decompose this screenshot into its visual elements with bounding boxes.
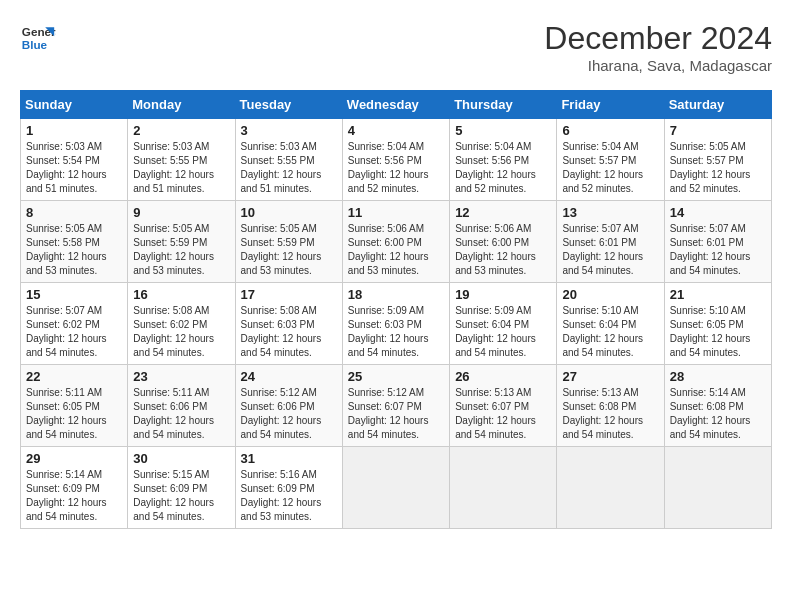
calendar-day-cell: 31Sunrise: 5:16 AM Sunset: 6:09 PM Dayli…	[235, 447, 342, 529]
calendar-day-cell	[557, 447, 664, 529]
calendar-day-cell: 4Sunrise: 5:04 AM Sunset: 5:56 PM Daylig…	[342, 119, 449, 201]
day-number: 14	[670, 205, 766, 220]
day-of-week-header: Thursday	[450, 91, 557, 119]
day-info: Sunrise: 5:10 AM Sunset: 6:04 PM Dayligh…	[562, 304, 658, 360]
day-info: Sunrise: 5:03 AM Sunset: 5:55 PM Dayligh…	[241, 140, 337, 196]
day-number: 20	[562, 287, 658, 302]
calendar-day-cell: 5Sunrise: 5:04 AM Sunset: 5:56 PM Daylig…	[450, 119, 557, 201]
day-number: 24	[241, 369, 337, 384]
calendar-day-cell: 17Sunrise: 5:08 AM Sunset: 6:03 PM Dayli…	[235, 283, 342, 365]
day-info: Sunrise: 5:04 AM Sunset: 5:56 PM Dayligh…	[348, 140, 444, 196]
day-info: Sunrise: 5:05 AM Sunset: 5:59 PM Dayligh…	[133, 222, 229, 278]
calendar-day-cell: 19Sunrise: 5:09 AM Sunset: 6:04 PM Dayli…	[450, 283, 557, 365]
day-info: Sunrise: 5:11 AM Sunset: 6:06 PM Dayligh…	[133, 386, 229, 442]
day-number: 1	[26, 123, 122, 138]
day-info: Sunrise: 5:07 AM Sunset: 6:02 PM Dayligh…	[26, 304, 122, 360]
calendar-day-cell	[342, 447, 449, 529]
calendar-day-cell: 10Sunrise: 5:05 AM Sunset: 5:59 PM Dayli…	[235, 201, 342, 283]
page-header: General Blue December 2024 Iharana, Sava…	[20, 20, 772, 74]
day-number: 28	[670, 369, 766, 384]
day-info: Sunrise: 5:03 AM Sunset: 5:55 PM Dayligh…	[133, 140, 229, 196]
day-info: Sunrise: 5:09 AM Sunset: 6:03 PM Dayligh…	[348, 304, 444, 360]
day-info: Sunrise: 5:14 AM Sunset: 6:09 PM Dayligh…	[26, 468, 122, 524]
calendar-day-cell: 30Sunrise: 5:15 AM Sunset: 6:09 PM Dayli…	[128, 447, 235, 529]
calendar-week-row: 22Sunrise: 5:11 AM Sunset: 6:05 PM Dayli…	[21, 365, 772, 447]
day-info: Sunrise: 5:06 AM Sunset: 6:00 PM Dayligh…	[348, 222, 444, 278]
calendar-day-cell: 21Sunrise: 5:10 AM Sunset: 6:05 PM Dayli…	[664, 283, 771, 365]
day-number: 3	[241, 123, 337, 138]
day-info: Sunrise: 5:10 AM Sunset: 6:05 PM Dayligh…	[670, 304, 766, 360]
logo: General Blue	[20, 20, 56, 56]
day-number: 27	[562, 369, 658, 384]
calendar-day-cell: 22Sunrise: 5:11 AM Sunset: 6:05 PM Dayli…	[21, 365, 128, 447]
day-number: 9	[133, 205, 229, 220]
calendar-day-cell: 1Sunrise: 5:03 AM Sunset: 5:54 PM Daylig…	[21, 119, 128, 201]
day-info: Sunrise: 5:07 AM Sunset: 6:01 PM Dayligh…	[562, 222, 658, 278]
day-info: Sunrise: 5:03 AM Sunset: 5:54 PM Dayligh…	[26, 140, 122, 196]
calendar-day-cell: 26Sunrise: 5:13 AM Sunset: 6:07 PM Dayli…	[450, 365, 557, 447]
day-info: Sunrise: 5:13 AM Sunset: 6:07 PM Dayligh…	[455, 386, 551, 442]
calendar-week-row: 1Sunrise: 5:03 AM Sunset: 5:54 PM Daylig…	[21, 119, 772, 201]
day-info: Sunrise: 5:05 AM Sunset: 5:59 PM Dayligh…	[241, 222, 337, 278]
day-of-week-header: Monday	[128, 91, 235, 119]
calendar-week-row: 8Sunrise: 5:05 AM Sunset: 5:58 PM Daylig…	[21, 201, 772, 283]
location-subtitle: Iharana, Sava, Madagascar	[544, 57, 772, 74]
day-info: Sunrise: 5:06 AM Sunset: 6:00 PM Dayligh…	[455, 222, 551, 278]
calendar-day-cell: 24Sunrise: 5:12 AM Sunset: 6:06 PM Dayli…	[235, 365, 342, 447]
calendar-day-cell: 16Sunrise: 5:08 AM Sunset: 6:02 PM Dayli…	[128, 283, 235, 365]
day-number: 26	[455, 369, 551, 384]
title-block: December 2024 Iharana, Sava, Madagascar	[544, 20, 772, 74]
calendar-day-cell: 11Sunrise: 5:06 AM Sunset: 6:00 PM Dayli…	[342, 201, 449, 283]
calendar-table: SundayMondayTuesdayWednesdayThursdayFrid…	[20, 90, 772, 529]
calendar-day-cell: 12Sunrise: 5:06 AM Sunset: 6:00 PM Dayli…	[450, 201, 557, 283]
calendar-day-cell: 2Sunrise: 5:03 AM Sunset: 5:55 PM Daylig…	[128, 119, 235, 201]
day-info: Sunrise: 5:15 AM Sunset: 6:09 PM Dayligh…	[133, 468, 229, 524]
day-info: Sunrise: 5:05 AM Sunset: 5:58 PM Dayligh…	[26, 222, 122, 278]
logo-icon: General Blue	[20, 20, 56, 56]
day-number: 12	[455, 205, 551, 220]
day-number: 22	[26, 369, 122, 384]
day-info: Sunrise: 5:13 AM Sunset: 6:08 PM Dayligh…	[562, 386, 658, 442]
day-number: 6	[562, 123, 658, 138]
day-of-week-header: Saturday	[664, 91, 771, 119]
calendar-header-row: SundayMondayTuesdayWednesdayThursdayFrid…	[21, 91, 772, 119]
day-number: 21	[670, 287, 766, 302]
calendar-day-cell: 14Sunrise: 5:07 AM Sunset: 6:01 PM Dayli…	[664, 201, 771, 283]
day-number: 25	[348, 369, 444, 384]
day-number: 19	[455, 287, 551, 302]
calendar-week-row: 15Sunrise: 5:07 AM Sunset: 6:02 PM Dayli…	[21, 283, 772, 365]
day-number: 23	[133, 369, 229, 384]
calendar-day-cell: 15Sunrise: 5:07 AM Sunset: 6:02 PM Dayli…	[21, 283, 128, 365]
day-info: Sunrise: 5:08 AM Sunset: 6:02 PM Dayligh…	[133, 304, 229, 360]
day-number: 10	[241, 205, 337, 220]
month-title: December 2024	[544, 20, 772, 57]
day-number: 31	[241, 451, 337, 466]
calendar-day-cell: 7Sunrise: 5:05 AM Sunset: 5:57 PM Daylig…	[664, 119, 771, 201]
day-of-week-header: Wednesday	[342, 91, 449, 119]
day-info: Sunrise: 5:11 AM Sunset: 6:05 PM Dayligh…	[26, 386, 122, 442]
day-info: Sunrise: 5:16 AM Sunset: 6:09 PM Dayligh…	[241, 468, 337, 524]
day-info: Sunrise: 5:14 AM Sunset: 6:08 PM Dayligh…	[670, 386, 766, 442]
day-number: 11	[348, 205, 444, 220]
day-of-week-header: Friday	[557, 91, 664, 119]
calendar-day-cell	[664, 447, 771, 529]
day-number: 13	[562, 205, 658, 220]
day-number: 18	[348, 287, 444, 302]
day-number: 8	[26, 205, 122, 220]
calendar-day-cell: 6Sunrise: 5:04 AM Sunset: 5:57 PM Daylig…	[557, 119, 664, 201]
svg-text:Blue: Blue	[22, 38, 48, 51]
calendar-day-cell: 13Sunrise: 5:07 AM Sunset: 6:01 PM Dayli…	[557, 201, 664, 283]
day-info: Sunrise: 5:04 AM Sunset: 5:57 PM Dayligh…	[562, 140, 658, 196]
day-number: 7	[670, 123, 766, 138]
day-info: Sunrise: 5:07 AM Sunset: 6:01 PM Dayligh…	[670, 222, 766, 278]
day-info: Sunrise: 5:12 AM Sunset: 6:07 PM Dayligh…	[348, 386, 444, 442]
day-number: 17	[241, 287, 337, 302]
calendar-day-cell: 23Sunrise: 5:11 AM Sunset: 6:06 PM Dayli…	[128, 365, 235, 447]
calendar-day-cell: 28Sunrise: 5:14 AM Sunset: 6:08 PM Dayli…	[664, 365, 771, 447]
calendar-day-cell: 20Sunrise: 5:10 AM Sunset: 6:04 PM Dayli…	[557, 283, 664, 365]
day-of-week-header: Sunday	[21, 91, 128, 119]
day-number: 5	[455, 123, 551, 138]
day-number: 15	[26, 287, 122, 302]
day-number: 29	[26, 451, 122, 466]
calendar-day-cell	[450, 447, 557, 529]
